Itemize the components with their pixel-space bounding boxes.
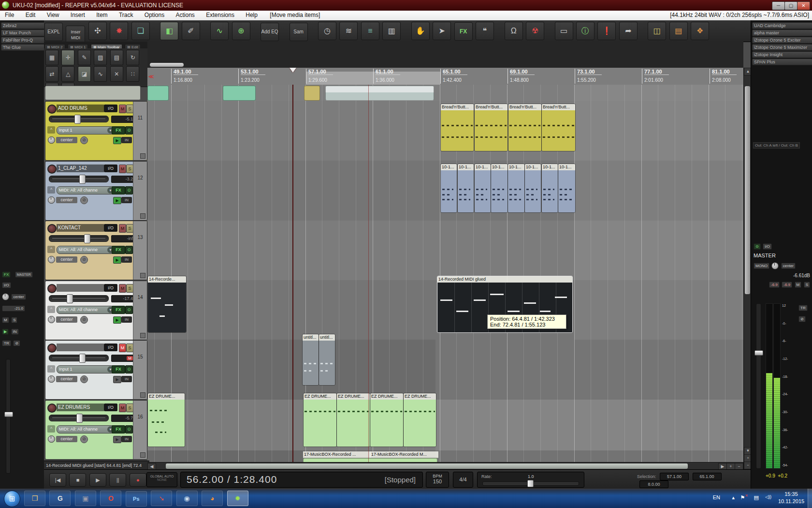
vertical-scrollbar[interactable]: ▲ ▼ + −: [743, 68, 751, 469]
selection-start[interactable]: 57.1.00: [660, 473, 689, 480]
volume-handle[interactable]: [67, 294, 73, 303]
io-button[interactable]: I/O: [104, 403, 117, 411]
show-media-button[interactable]: ◧: [160, 22, 178, 40]
stop-button[interactable]: ■: [69, 473, 86, 487]
master-fader-handle[interactable]: [754, 350, 763, 356]
performance-meter-button[interactable]: ⓘ: [576, 22, 594, 40]
menu-edit[interactable]: Edit: [21, 11, 41, 19]
color-items-button[interactable]: ▤: [669, 22, 688, 40]
menu-file[interactable]: File: [0, 11, 19, 19]
fx-enable-button[interactable]: ⊙: [125, 126, 133, 134]
add-eq-button[interactable]: Add EQ: [261, 23, 279, 41]
grid-toggle-icon[interactable]: ▦: [45, 50, 58, 65]
track-name[interactable]: 1_CLAP_142: [57, 164, 104, 172]
split-items-button[interactable]: ✸: [110, 22, 128, 40]
tray-expand-icon[interactable]: ▴: [732, 494, 735, 501]
bpm-display[interactable]: BPM 150: [426, 472, 449, 488]
fx-button[interactable]: FX: [112, 246, 125, 254]
media-item-musicbox-label[interactable]: 17-MusicBOX-Recorded M...: [370, 451, 438, 458]
track-name[interactable]: [57, 344, 104, 351]
duplicate-items-button[interactable]: ❏: [131, 22, 150, 40]
envelope-button[interactable]: ^: [47, 246, 55, 253]
mute-button[interactable]: M: [119, 284, 126, 293]
media-item-clap[interactable]: 10-1...: [457, 164, 474, 213]
solo-button[interactable]: S: [126, 403, 133, 412]
playrate-control[interactable]: Rate: 1.0: [477, 472, 584, 488]
phase-button[interactable]: ⊘: [80, 136, 88, 144]
io-button[interactable]: I/O: [104, 344, 117, 351]
master-solo-button[interactable]: S: [11, 317, 17, 323]
mute-button[interactable]: M: [119, 224, 126, 233]
fx-enable-button[interactable]: ⊙: [125, 365, 133, 374]
hand-scroll-button[interactable]: ✋: [411, 22, 430, 40]
envelope-button[interactable]: ^: [47, 186, 55, 194]
menu-track[interactable]: Track: [114, 11, 138, 19]
menu-options[interactable]: Options: [140, 11, 169, 19]
triangle-tool-icon[interactable]: △: [61, 66, 74, 82]
media-item-bread[interactable]: Bread'n'Butt...: [440, 104, 474, 151]
phase-button[interactable]: ⊘: [80, 256, 88, 264]
edit-cursor-marker[interactable]: [290, 68, 296, 73]
input-selector[interactable]: Input 1▼: [57, 365, 115, 374]
media-item-clap[interactable]: 10-1...: [558, 164, 576, 213]
fx-slot-ozone-exciter[interactable]: iZotope Ozone 5 Exciter: [752, 37, 812, 44]
theme-adjuster-button[interactable]: ❖: [691, 22, 709, 40]
clock-icon[interactable]: ◷: [318, 22, 336, 40]
input-selector[interactable]: Input 1▼: [57, 126, 115, 134]
arrange-view[interactable]: Bread'n'Butt... Bread'n'Butt... Bread'n'…: [147, 85, 743, 462]
media-item-untitled[interactable]: untitl...: [302, 334, 319, 386]
warning-indicator-button[interactable]: ❗: [597, 22, 616, 40]
marker-nav-icon[interactable]: ≪: [148, 74, 154, 80]
master-pan-knob[interactable]: [771, 262, 779, 269]
volume-slider[interactable]: [49, 295, 109, 302]
selection-length[interactable]: 8.0.00: [639, 480, 668, 488]
mixer-icon[interactable]: ▥: [382, 22, 401, 40]
media-item-clap[interactable]: 10-1...: [440, 164, 457, 213]
media-item-recorded-midi[interactable]: 14-Recorde...: [147, 276, 187, 333]
slope-tool-icon[interactable]: ◪: [78, 66, 91, 82]
media-item-musicbox-label[interactable]: 17-MusicBOX-Recorded ...: [303, 451, 371, 458]
master-phase-button[interactable]: ⊘: [798, 316, 806, 322]
downloader-icon[interactable]: ➘: [151, 491, 172, 506]
pan-knob[interactable]: [48, 375, 55, 383]
pan-knob[interactable]: [48, 256, 55, 263]
explorer-icon[interactable]: ❒: [24, 491, 45, 506]
monitor-button[interactable]: ▶: [113, 197, 121, 204]
play-position[interactable]: 56.2.00 / 1:28.400: [187, 474, 277, 485]
time-signature-display[interactable]: 4/4: [453, 472, 473, 488]
transport-position-display[interactable]: 56.2.00 / 1:28.400 [Stopped]: [180, 472, 423, 488]
fx-slot-insight[interactable]: iZotope Insight: [752, 51, 812, 58]
io-button[interactable]: I/O: [104, 284, 117, 292]
fx-button[interactable]: FX: [112, 306, 125, 314]
fx-button[interactable]: FX: [112, 365, 125, 374]
mute-button[interactable]: M: [119, 164, 126, 173]
media-item[interactable]: [147, 86, 169, 101]
dots-tool-icon[interactable]: ∷: [126, 66, 139, 82]
monitor-button[interactable]: ▶: [113, 256, 121, 264]
fx-enable-button[interactable]: ⊙: [125, 306, 133, 314]
monitor-button[interactable]: ▶: [113, 316, 121, 324]
media-item-clap[interactable]: 10-1...: [541, 164, 558, 213]
notes-bubble-button[interactable]: ❝: [476, 22, 494, 40]
crop-project-button[interactable]: ◫: [648, 22, 666, 40]
master-mute-button[interactable]: M: [2, 317, 9, 323]
opera-icon[interactable]: O: [100, 491, 121, 506]
minimize-button[interactable]: ─: [772, 1, 785, 10]
snap-toggle-icon[interactable]: ✛: [61, 50, 74, 65]
master-fx-button[interactable]: FX: [2, 271, 11, 278]
fx-enable-button[interactable]: ⊙: [125, 425, 133, 433]
volume-handle[interactable]: [84, 234, 90, 243]
solo-button[interactable]: S: [126, 164, 133, 173]
phase-button[interactable]: ⊘: [80, 316, 88, 324]
master-io-button[interactable]: I/O: [763, 243, 772, 250]
routing-send-button[interactable]: ➦: [619, 22, 638, 40]
selection-end[interactable]: 65.1.00: [693, 473, 722, 480]
input-selector[interactable]: MIDI: All: All channe▼: [57, 186, 115, 194]
track-name[interactable]: [57, 284, 104, 292]
solo-button[interactable]: S: [126, 224, 133, 233]
media-item-musicbox[interactable]: [303, 458, 437, 462]
master-solo-button[interactable]: S: [804, 282, 810, 288]
media-item-clap[interactable]: 10-1...: [524, 164, 541, 213]
fx-slot-span[interactable]: SPAN Plus: [752, 59, 812, 65]
record-arm-button[interactable]: [47, 105, 57, 114]
